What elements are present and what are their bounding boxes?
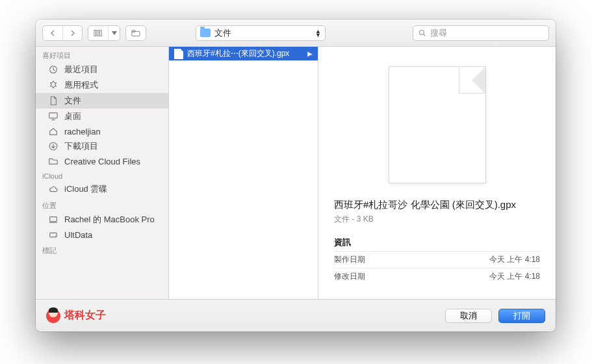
svg-rect-8 bbox=[49, 113, 57, 118]
file-row[interactable]: 西班牙#札拉⋯(來回交叉).gpx▶ bbox=[169, 47, 318, 60]
search-field[interactable]: 搜尋 bbox=[413, 25, 549, 41]
sidebar-item-label: Creative Cloud Files bbox=[64, 157, 140, 166]
app-icon bbox=[47, 80, 59, 90]
sidebar-item[interactable]: UltData bbox=[36, 228, 168, 242]
file-column: 西班牙#札拉⋯(來回交叉).gpx▶ bbox=[169, 47, 318, 299]
home-icon bbox=[47, 126, 59, 136]
doc-icon bbox=[47, 96, 59, 106]
disk-icon bbox=[47, 229, 59, 240]
sidebar-item-label: racheljian bbox=[64, 127, 101, 136]
sidebar-item[interactable]: Creative Cloud Files bbox=[36, 154, 168, 168]
brand-text: 塔科女子 bbox=[64, 309, 106, 322]
sidebar-item-label: Rachel 的 MacBook Pro bbox=[64, 214, 155, 226]
footer: 塔科女子 取消 打開 bbox=[36, 299, 556, 332]
sidebar-item[interactable]: iCloud 雲碟 bbox=[36, 181, 168, 197]
preview-pane: 西班牙#札拉哥沙 化學公園 (來回交叉).gpx 文件 - 3 KB 資訊 製作… bbox=[318, 47, 556, 299]
svg-rect-11 bbox=[50, 233, 57, 237]
sidebar-item-label: 下載項目 bbox=[64, 140, 98, 152]
cloud-icon bbox=[47, 184, 59, 194]
sidebar-section-head: 標記 bbox=[36, 242, 168, 257]
nav-group bbox=[42, 25, 83, 41]
sidebar-item-label: 最近項目 bbox=[64, 64, 98, 75]
sidebar-item[interactable]: racheljian bbox=[36, 124, 168, 138]
svg-rect-1 bbox=[97, 30, 99, 36]
cancel-button[interactable]: 取消 bbox=[445, 309, 492, 323]
desktop-icon bbox=[47, 111, 59, 122]
info-value: 今天 上午 4:18 bbox=[489, 254, 540, 265]
svg-rect-2 bbox=[100, 30, 102, 36]
location-label: 文件 bbox=[214, 27, 311, 39]
laptop-icon bbox=[47, 214, 59, 225]
brand-avatar-icon bbox=[46, 309, 60, 323]
sidebar-item-label: 桌面 bbox=[64, 110, 81, 122]
file-thumbnail bbox=[334, 60, 540, 199]
sidebar-item[interactable]: 應用程式 bbox=[36, 77, 168, 93]
preview-meta: 文件 - 3 KB bbox=[334, 214, 540, 225]
info-value: 今天 上午 4:18 bbox=[489, 271, 540, 282]
preview-filename: 西班牙#札拉哥沙 化學公園 (來回交叉).gpx bbox=[334, 199, 540, 211]
svg-point-12 bbox=[55, 235, 56, 236]
sidebar-item-label: UltData bbox=[64, 230, 92, 240]
sidebar-item-label: iCloud 雲碟 bbox=[64, 183, 107, 195]
location-popup[interactable]: 文件 ▲▼ bbox=[196, 25, 326, 41]
nav-forward-button[interactable] bbox=[62, 26, 82, 40]
sidebar-item[interactable]: 最近項目 bbox=[36, 62, 168, 77]
nav-back-button[interactable] bbox=[43, 26, 62, 40]
info-heading: 資訊 bbox=[334, 237, 540, 251]
sidebar-item[interactable]: 桌面 bbox=[36, 109, 168, 124]
dialog-body: 喜好項目最近項目應用程式文件桌面racheljian下載項目Creative C… bbox=[36, 47, 556, 299]
sidebar-section-head: 喜好項目 bbox=[36, 47, 168, 62]
toolbar: 文件 ▲▼ 搜尋 bbox=[36, 20, 556, 47]
search-placeholder: 搜尋 bbox=[430, 27, 447, 39]
chevron-right-icon: ▶ bbox=[307, 50, 313, 57]
sidebar-section-head: iCloud bbox=[36, 168, 168, 181]
file-row-label: 西班牙#札拉⋯(來回交叉).gpx bbox=[187, 48, 289, 59]
sidebar-item-label: 應用程式 bbox=[64, 79, 98, 91]
search-icon bbox=[418, 29, 426, 37]
view-columns-button[interactable] bbox=[88, 26, 108, 40]
open-file-dialog: 文件 ▲▼ 搜尋 喜好項目最近項目應用程式文件桌面racheljian下載項目C… bbox=[36, 20, 556, 332]
download-icon bbox=[47, 141, 59, 151]
svg-line-6 bbox=[424, 34, 426, 36]
sidebar: 喜好項目最近項目應用程式文件桌面racheljian下載項目Creative C… bbox=[36, 47, 169, 299]
sidebar-item[interactable]: 下載項目 bbox=[36, 138, 168, 154]
group-by-button[interactable] bbox=[125, 25, 146, 41]
folder-icon bbox=[200, 29, 211, 37]
info-key: 修改日期 bbox=[334, 271, 365, 282]
svg-rect-0 bbox=[94, 30, 96, 36]
sidebar-item-label: 文件 bbox=[64, 95, 81, 107]
view-mode-group bbox=[88, 25, 120, 41]
sidebar-section-head: 位置 bbox=[36, 197, 168, 212]
document-icon bbox=[174, 49, 183, 59]
info-key: 製作日期 bbox=[334, 254, 365, 265]
watermark: 塔科女子 bbox=[46, 309, 106, 323]
sidebar-item[interactable]: 文件 bbox=[36, 93, 168, 109]
chevron-updown-icon: ▲▼ bbox=[315, 29, 321, 37]
clock-icon bbox=[47, 64, 59, 75]
svg-rect-10 bbox=[50, 217, 57, 222]
svg-point-5 bbox=[420, 30, 424, 34]
sidebar-item[interactable]: Rachel 的 MacBook Pro bbox=[36, 212, 168, 228]
view-dropdown-button[interactable] bbox=[108, 26, 120, 40]
folder-icon bbox=[47, 156, 59, 166]
info-row: 製作日期今天 上午 4:18 bbox=[334, 251, 540, 268]
info-row: 修改日期今天 上午 4:18 bbox=[334, 268, 540, 285]
open-button[interactable]: 打開 bbox=[498, 309, 545, 323]
